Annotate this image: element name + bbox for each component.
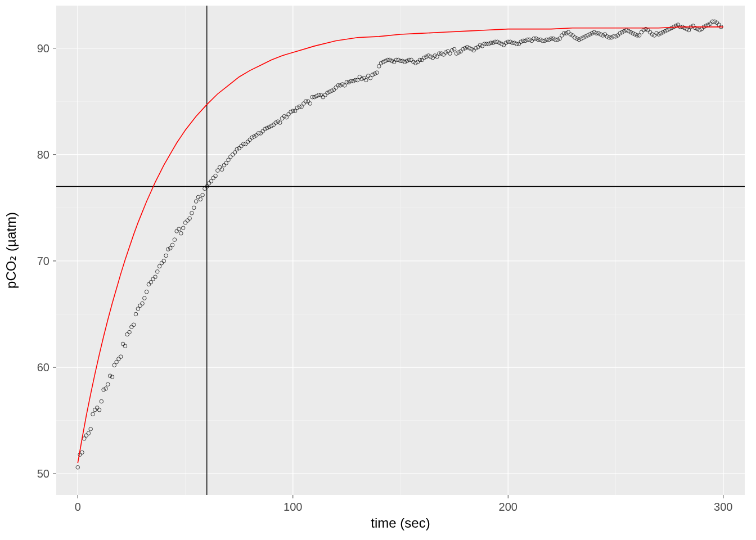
y-tick-label: 60 [37, 361, 50, 374]
x-axis-title: time (sec) [371, 515, 430, 530]
y-tick-label: 90 [37, 42, 50, 55]
x-tick-label: 100 [284, 501, 302, 513]
y-axis-title: pCO₂ (µatm) [3, 212, 19, 289]
scatter-plot: 01002003005060708090time (sec)pCO₂ (µatm… [0, 0, 756, 540]
y-tick-label: 50 [37, 467, 50, 480]
x-tick-label: 300 [714, 501, 732, 513]
x-tick-label: 0 [75, 501, 81, 513]
y-tick-label: 80 [37, 148, 50, 161]
y-tick-label: 70 [37, 255, 50, 267]
chart-container: 01002003005060708090time (sec)pCO₂ (µatm… [0, 0, 756, 540]
x-tick-label: 200 [499, 501, 518, 513]
